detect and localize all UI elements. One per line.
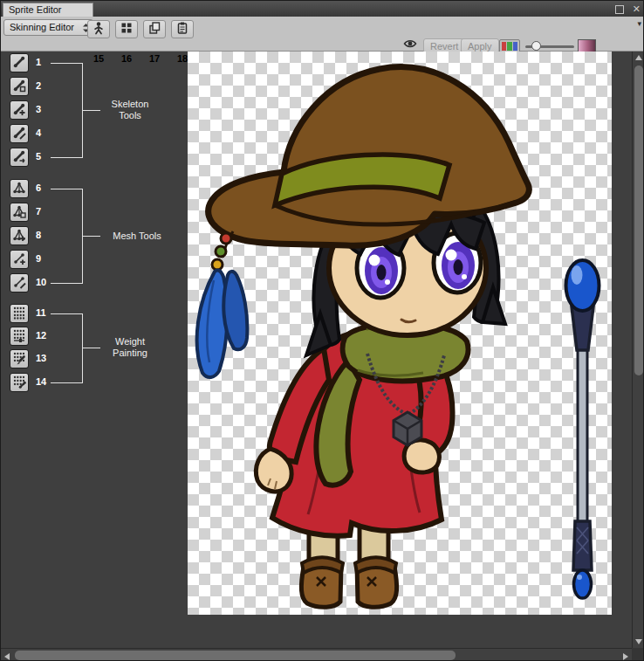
reset-pose-button[interactable] xyxy=(87,20,110,38)
bracket-line xyxy=(83,110,100,111)
tool-weight-slider-button[interactable] xyxy=(10,327,29,346)
auto-geometry-icon xyxy=(12,181,26,197)
vertical-scrollbar[interactable] xyxy=(632,52,644,648)
horizontal-scrollbar-thumb[interactable] xyxy=(15,651,456,660)
sprite-sheet-mode-button[interactable] xyxy=(115,20,138,38)
tool-edit-geometry-button[interactable] xyxy=(10,203,29,222)
tool-annotation-number: 4 xyxy=(36,127,53,138)
group-label-skeleton-tools: Skeleton Tools xyxy=(106,99,154,121)
sprite-editor-window: Sprite Editor ✕ Skinning Editor 15 16 17… xyxy=(0,0,644,661)
bracket-line xyxy=(51,283,82,284)
sprite-sheet-mode-icon xyxy=(120,21,134,38)
tool-annotation-number: 2 xyxy=(36,80,53,91)
tool-edit-bone-button[interactable] xyxy=(10,77,29,96)
reparent-bone-icon xyxy=(12,149,26,166)
character-sprite xyxy=(188,52,612,616)
tool-annotation-number: 8 xyxy=(36,230,53,240)
tool-auto-weights-button[interactable] xyxy=(10,304,29,323)
zoom-slider-knob[interactable] xyxy=(531,41,541,51)
edit-bone-icon xyxy=(12,79,26,95)
tool-bone-influence-button[interactable] xyxy=(10,373,29,392)
scroll-down-arrow[interactable] xyxy=(635,639,642,644)
weight-brush-icon xyxy=(12,351,26,368)
window-title-tab[interactable]: Sprite Editor xyxy=(3,3,93,17)
bracket-line xyxy=(51,63,82,64)
edit-geometry-icon xyxy=(12,204,26,221)
rgb-green-swatch xyxy=(507,42,511,51)
copy-button[interactable] xyxy=(143,20,166,38)
tool-annotation-number: 6 xyxy=(36,182,53,193)
bracket-line xyxy=(83,348,100,348)
split-bone-icon xyxy=(12,126,26,142)
close-icon[interactable]: ✕ xyxy=(633,3,641,15)
bracket-line xyxy=(51,189,82,189)
rgb-red-swatch xyxy=(502,42,506,51)
tool-annotation-number: 13 xyxy=(36,353,53,363)
tool-reparent-bone-button[interactable] xyxy=(10,148,29,167)
toolbar-annotation-number: 15 xyxy=(87,53,110,64)
horizontal-scrollbar[interactable] xyxy=(1,648,632,661)
tool-create-bone-button[interactable] xyxy=(10,100,29,120)
reset-pose-icon xyxy=(92,21,106,38)
bracket-line xyxy=(51,313,82,314)
create-bone-icon xyxy=(12,102,26,119)
tool-weight-brush-button[interactable] xyxy=(10,349,29,368)
staff xyxy=(566,260,599,598)
tool-annotation-number: 9 xyxy=(36,253,53,264)
tool-annotation-number: 12 xyxy=(36,330,53,341)
split-edge-icon xyxy=(12,275,26,292)
tool-create-vertex-button[interactable] xyxy=(10,226,29,245)
tool-create-edge-button[interactable] xyxy=(10,250,29,269)
paste-button[interactable] xyxy=(171,20,194,38)
tool-annotation-number: 11 xyxy=(36,307,53,318)
mode-dropdown[interactable]: Skinning Editor xyxy=(3,19,93,36)
vertical-scrollbar-thumb[interactable] xyxy=(634,65,643,375)
weight-slider-icon xyxy=(12,328,26,345)
scrollbar-corner xyxy=(632,648,644,661)
create-vertex-icon xyxy=(12,228,26,244)
scroll-right-arrow[interactable] xyxy=(623,653,628,660)
mode-dropdown-label: Skinning Editor xyxy=(10,22,74,32)
bracket-line xyxy=(51,382,82,383)
tool-split-edge-button[interactable] xyxy=(10,273,29,293)
copy-icon xyxy=(147,21,161,38)
toolbar: Skinning Editor 15 16 17 18 19 Revert Ap… xyxy=(1,17,644,52)
preview-pose-icon xyxy=(12,55,26,72)
tool-split-bone-button[interactable] xyxy=(10,124,29,143)
panel-menu-icon[interactable]: ▾ xyxy=(637,19,641,28)
tool-annotation-number: 7 xyxy=(36,206,53,217)
rgb-blue-swatch xyxy=(513,42,517,51)
bracket-line xyxy=(83,236,100,237)
window-title: Sprite Editor xyxy=(9,4,62,15)
maximize-icon[interactable] xyxy=(615,5,624,14)
tool-annotation-number: 3 xyxy=(36,104,53,114)
toolbar-annotation-number: 17 xyxy=(143,53,166,64)
boots xyxy=(301,557,396,607)
hat-charm xyxy=(197,231,248,377)
scroll-left-arrow[interactable] xyxy=(4,653,10,660)
tool-preview-pose-button[interactable] xyxy=(10,53,29,72)
toolbar-annotation-number: 16 xyxy=(115,53,138,64)
scroll-up-arrow[interactable] xyxy=(635,55,642,60)
titlebar[interactable]: Sprite Editor ✕ xyxy=(1,1,644,17)
tool-auto-geometry-button[interactable] xyxy=(10,179,29,198)
group-label-mesh-tools: Mesh Tools xyxy=(102,231,172,242)
tool-annotation-number: 1 xyxy=(36,57,53,67)
visibility-button[interactable] xyxy=(401,38,420,52)
bracket-line xyxy=(82,313,83,383)
tool-annotation-number: 10 xyxy=(36,277,53,287)
group-label-weight-painting: Weight Painting xyxy=(106,336,154,359)
auto-weights-icon xyxy=(12,306,26,322)
create-edge-icon xyxy=(12,251,26,268)
tool-annotation-number: 14 xyxy=(36,376,53,387)
tool-annotation-number: 5 xyxy=(36,151,53,162)
bracket-line xyxy=(51,157,82,158)
bone-influence-icon xyxy=(12,375,26,391)
sprite-canvas[interactable] xyxy=(188,52,612,615)
paste-icon xyxy=(175,21,189,38)
